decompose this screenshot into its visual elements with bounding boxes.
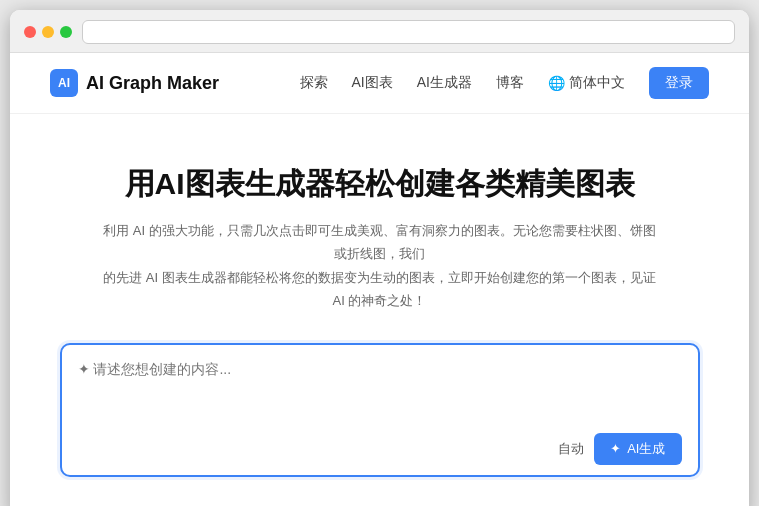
- logo-text: AI Graph Maker: [86, 73, 219, 94]
- nav-link-ai-chart[interactable]: AI图表: [352, 74, 393, 92]
- close-button[interactable]: [24, 26, 36, 38]
- search-input[interactable]: [78, 361, 682, 421]
- globe-icon: 🌐: [548, 75, 565, 91]
- search-box: 自动 ✦ AI生成: [60, 343, 700, 477]
- browser-window: AI AI Graph Maker 探索 AI图表 AI生成器 博客 🌐 简体中…: [10, 10, 749, 506]
- logo[interactable]: AI AI Graph Maker: [50, 69, 219, 97]
- language-label: 简体中文: [569, 74, 625, 92]
- address-bar[interactable]: [82, 20, 735, 44]
- logo-icon: AI: [50, 69, 78, 97]
- nav-link-explore[interactable]: 探索: [300, 74, 328, 92]
- sparkle-icon: ✦: [610, 441, 621, 456]
- nav-link-ai-generator[interactable]: AI生成器: [417, 74, 472, 92]
- login-button[interactable]: 登录: [649, 67, 709, 99]
- hero-section: 用AI图表生成器轻松创建各类精美图表 利用 AI 的强大功能，只需几次点击即可生…: [10, 114, 749, 506]
- auto-label: 自动: [558, 440, 584, 458]
- nav-link-blog[interactable]: 博客: [496, 74, 524, 92]
- traffic-lights: [24, 26, 72, 38]
- browser-chrome: [10, 10, 749, 53]
- hero-title: 用AI图表生成器轻松创建各类精美图表: [50, 164, 709, 203]
- navbar: AI AI Graph Maker 探索 AI图表 AI生成器 博客 🌐 简体中…: [10, 53, 749, 114]
- page-content: AI AI Graph Maker 探索 AI图表 AI生成器 博客 🌐 简体中…: [10, 53, 749, 506]
- search-footer: 自动 ✦ AI生成: [78, 433, 682, 465]
- minimize-button[interactable]: [42, 26, 54, 38]
- ai-generate-label: AI生成: [627, 440, 665, 458]
- language-selector[interactable]: 🌐 简体中文: [548, 74, 625, 92]
- ai-generate-button[interactable]: ✦ AI生成: [594, 433, 681, 465]
- nav-links: 探索 AI图表 AI生成器 博客 🌐 简体中文 登录: [300, 67, 709, 99]
- hero-description: 利用 AI 的强大功能，只需几次点击即可生成美观、富有洞察力的图表。无论您需要柱…: [100, 219, 660, 313]
- fullscreen-button[interactable]: [60, 26, 72, 38]
